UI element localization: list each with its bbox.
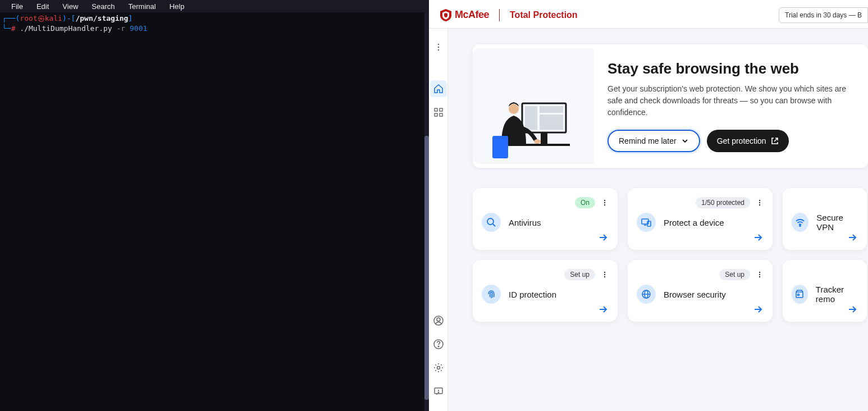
svg-rect-3 (435, 108, 437, 111)
arrow-right-icon[interactable] (752, 304, 764, 315)
menu-help[interactable]: Help (163, 1, 191, 12)
hero-title: Stay safe browsing the web (607, 60, 855, 77)
sidebar-settings-icon[interactable] (430, 359, 447, 376)
tile-more-icon[interactable] (601, 271, 609, 278)
sidebar-help-icon[interactable] (430, 336, 447, 353)
svg-point-1 (437, 47, 439, 48)
svg-rect-17 (540, 106, 563, 113)
terminal-menubar: File Edit View Search Terminal Help (0, 0, 429, 12)
main-content: Stay safe browsing the web Get your subs… (448, 29, 868, 411)
arrow-right-icon[interactable] (752, 232, 764, 243)
svg-rect-19 (541, 133, 547, 144)
sidebar-home-icon[interactable] (430, 80, 447, 97)
svg-rect-6 (440, 113, 442, 116)
svg-point-38 (759, 274, 760, 275)
svg-rect-20 (502, 144, 570, 146)
tile-row: Browser security (637, 285, 764, 304)
svg-point-8 (437, 318, 440, 321)
tile-label: Antivirus (509, 218, 541, 227)
tile-header: 1/50 protected (637, 197, 764, 208)
hero-content: Stay safe browsing the web Get your subs… (594, 44, 868, 168)
hero-actions: Remind me later Get protection (607, 130, 855, 152)
svg-point-21 (509, 104, 519, 114)
tile-badge: Set up (719, 269, 750, 280)
sidebar-account-icon[interactable] (430, 312, 447, 329)
svg-point-0 (437, 44, 439, 45)
get-protection-label: Get protection (717, 136, 766, 145)
svg-point-28 (759, 200, 760, 201)
svg-rect-18 (540, 115, 563, 130)
arrow-right-icon[interactable] (597, 304, 609, 315)
tile-more-icon[interactable] (601, 199, 609, 207)
tile-browser-security[interactable]: Set up Browser security (628, 260, 773, 322)
arrow-right-icon[interactable] (597, 232, 609, 243)
arrow-right-icon[interactable] (847, 232, 858, 243)
sidebar-apps-icon[interactable] (430, 104, 447, 121)
terminal-body[interactable]: ┌──(root㉿kali)-[/pwn/staging] └─# ./Mult… (0, 12, 429, 34)
menu-file[interactable]: File (4, 1, 30, 12)
sidebar-feedback-icon[interactable] (430, 383, 447, 400)
svg-rect-4 (440, 108, 442, 111)
tile-header: Set up (637, 269, 764, 280)
get-protection-button[interactable]: Get protection (707, 130, 789, 152)
svg-point-39 (759, 276, 760, 277)
svg-point-33 (800, 225, 801, 226)
tile-header: On (482, 197, 609, 208)
prompt-line-1: ┌──(root㉿kali)-[/pwn/staging] (2, 13, 427, 24)
tile-icon (792, 285, 808, 304)
menu-view[interactable]: View (56, 1, 85, 12)
svg-point-37 (759, 272, 760, 273)
svg-point-27 (487, 218, 494, 225)
tile-label: Protect a device (664, 218, 724, 227)
hero-card: Stay safe browsing the web Get your subs… (473, 44, 868, 168)
trial-badge[interactable]: Trial ends in 30 days — B (779, 7, 868, 23)
terminal-scrollbar-thumb[interactable] (424, 136, 429, 400)
remind-later-button[interactable]: Remind me later (607, 130, 700, 152)
tile-row: Secure VPN (792, 213, 858, 232)
mcafee-body: Stay safe browsing the web Get your subs… (429, 28, 868, 411)
remind-later-label: Remind me later (619, 136, 677, 145)
tile-id-protection[interactable]: Set up ID protection (473, 260, 618, 322)
tile-more-icon[interactable] (756, 271, 764, 278)
chevron-down-icon (681, 137, 689, 145)
tile-label: ID protection (509, 290, 556, 299)
tile-badge: On (575, 197, 595, 208)
sidebar (429, 29, 448, 411)
menu-terminal[interactable]: Terminal (122, 1, 163, 12)
arrow-right-icon[interactable] (847, 304, 858, 315)
svg-rect-5 (435, 113, 437, 116)
svg-rect-23 (492, 136, 508, 158)
terminal-scrollbar[interactable] (424, 12, 429, 411)
tile-header: Set up (482, 269, 609, 280)
tile-antivirus[interactable]: On Antivirus (473, 188, 618, 250)
sidebar-more-icon[interactable] (430, 39, 447, 56)
tile-more-icon[interactable] (756, 199, 764, 207)
external-link-icon (771, 137, 779, 145)
svg-point-43 (798, 294, 800, 296)
tile-secure-vpn[interactable]: Secure VPN (783, 188, 867, 250)
tile-row: Protect a device (637, 213, 764, 232)
svg-point-36 (604, 276, 605, 277)
menu-edit[interactable]: Edit (30, 1, 56, 12)
product-name: Total Protection (510, 10, 578, 20)
svg-point-29 (759, 202, 760, 203)
svg-point-26 (604, 204, 605, 206)
logo: McAfee (440, 9, 489, 21)
svg-point-34 (604, 272, 605, 273)
hero-description: Get your subscription's web protection. … (607, 83, 855, 118)
menu-search[interactable]: Search (85, 1, 121, 12)
tile-icon (482, 285, 501, 304)
svg-rect-16 (525, 106, 537, 130)
tile-icon (482, 213, 501, 232)
tile-label: Browser security (664, 290, 726, 299)
tile-header (792, 197, 858, 208)
tile-label: Secure VPN (816, 213, 858, 232)
mcafee-header: McAfee Total Protection Trial ends in 30… (429, 0, 868, 28)
svg-point-22 (534, 139, 541, 144)
hero-illustration (473, 48, 594, 164)
tile-tracker-remo[interactable]: Tracker remo (783, 260, 867, 322)
tile-badge: 1/50 protected (696, 197, 750, 208)
tile-protect-a-device[interactable]: 1/50 protected Protect a device (628, 188, 773, 250)
svg-point-2 (437, 49, 439, 51)
tile-icon (637, 213, 656, 232)
